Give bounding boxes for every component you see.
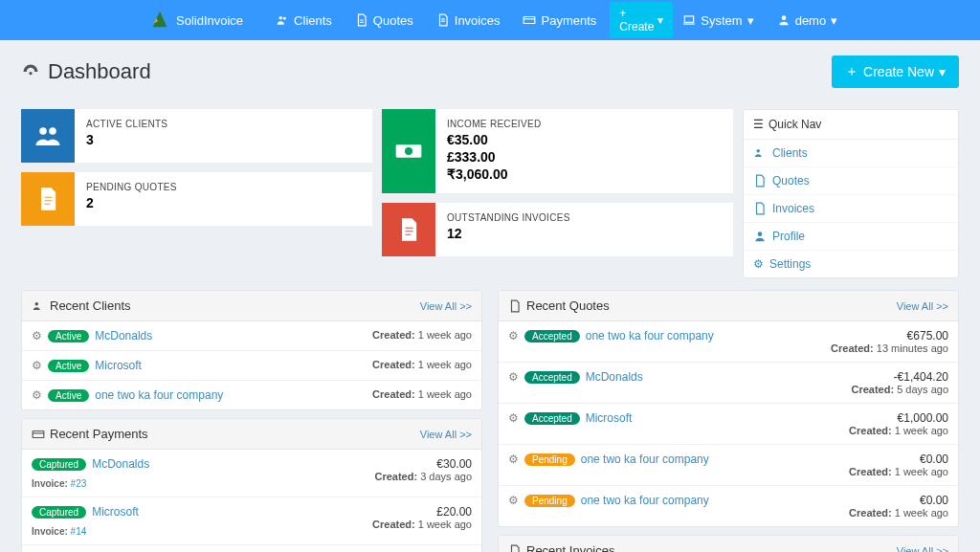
list-item: CapturedMicrosoft Invoice: #14 £20.00Cre… [22,497,481,545]
create-new-button[interactable]: ＋Create New▾ [832,55,959,88]
gear-icon[interactable]: ⚙ [32,388,42,402]
page-header: Dashboard ＋Create New▾ [21,55,959,88]
view-all-link[interactable]: View All >> [897,300,948,312]
view-all-link[interactable]: View All >> [420,300,472,312]
user-icon [753,230,767,243]
nav-clients[interactable]: Clients [266,8,342,33]
gear-icon[interactable]: ⚙ [508,370,519,384]
status-badge: Captured [32,506,86,519]
client-link[interactable]: Microsoft [586,411,633,425]
invoice-link[interactable]: #14 [71,526,87,537]
panel-recent-clients: Recent ClientsView All >> ⚙ActiveMcDonal… [21,290,482,410]
svg-point-11 [758,232,763,236]
navbar: SolidInvoice Clients Quotes Invoices Pay… [0,0,980,40]
status-badge: Active [48,330,89,342]
status-badge: Captured [32,458,86,471]
list-item: Capturedone two ka four company Invoice:… [22,545,481,552]
client-link[interactable]: McDonalds [586,370,643,384]
stat-income[interactable]: INCOME RECEIVED€35.00£333.00₹3,060.00 [382,109,733,193]
list-item: ⚙ActiveMcDonalds Created: 1 week ago [22,321,481,351]
client-link[interactable]: one two ka four company [581,494,709,507]
list-item: ⚙AcceptedMcDonalds -€1,404.20Created: 5 … [499,363,958,404]
money-icon [382,109,435,193]
svg-point-4 [781,15,786,20]
caret-down-icon: ▾ [657,13,663,27]
nav-items: Clients Quotes Invoices Payments + Creat… [266,2,673,38]
gear-icon[interactable]: ⚙ [32,359,42,372]
list-item: ⚙Activeone two ka four company Created: … [22,381,481,409]
gear-icon[interactable]: ⚙ [508,411,519,425]
users-icon [276,13,289,27]
client-link[interactable]: one two ka four company [95,388,223,402]
svg-point-12 [35,301,39,305]
file-icon [753,202,767,215]
quicknav-header: ☰Quick Nav [744,110,958,140]
panel-recent-invoices: Recent InvoicesView All >> ⚙Draftone two… [498,535,959,552]
card-icon [523,13,536,27]
svg-point-7 [49,127,56,135]
svg-point-6 [39,127,47,135]
stat-active-clients[interactable]: ACTIVE CLIENTS3 [21,109,372,163]
quicknav-profile[interactable]: Profile [744,223,958,251]
quicknav-invoices[interactable]: Invoices [744,195,958,223]
file-icon [508,299,522,313]
brand[interactable]: SolidInvoice [149,10,243,31]
status-badge: Active [48,389,89,402]
nav-user[interactable]: demo▾ [768,8,848,33]
quicknav-quotes[interactable]: Quotes [744,167,958,195]
caret-down-icon: ▾ [939,64,946,79]
nav-system[interactable]: System▾ [673,8,763,33]
gear-icon[interactable]: ⚙ [508,453,519,466]
list-item: ⚙Pendingone two ka four company €0.00Cre… [499,445,958,486]
file-icon [355,13,368,27]
stat-outstanding[interactable]: OUTSTANDING INVOICES12 [382,203,733,256]
quicknav-settings[interactable]: ⚙Settings [744,251,958,277]
panel-recent-payments: Recent PaymentsView All >> CapturedMcDon… [21,418,482,552]
gear-icon[interactable]: ⚙ [508,329,519,342]
logo-icon [149,10,170,31]
panel-recent-quotes: Recent QuotesView All >> ⚙Acceptedone tw… [498,290,959,527]
file-icon [436,13,450,27]
plus-icon: ＋ [845,63,858,80]
nav-quotes[interactable]: Quotes [345,8,423,33]
user-icon [777,13,791,27]
laptop-icon [682,13,696,27]
file-icon [508,544,522,553]
view-all-link[interactable]: View All >> [897,545,948,553]
list-item: ⚙AcceptedMicrosoft €1,000.00Created: 1 w… [499,404,958,445]
card-icon [32,428,45,441]
gear-icon[interactable]: ⚙ [32,329,42,342]
svg-point-0 [279,16,283,20]
svg-rect-2 [524,17,536,24]
status-badge: Pending [524,495,575,507]
status-badge: Pending [524,453,575,466]
svg-rect-3 [685,16,694,22]
svg-rect-13 [33,431,44,437]
view-all-link[interactable]: View All >> [420,429,472,440]
svg-point-5 [29,72,32,75]
gear-icon[interactable]: ⚙ [508,494,519,507]
nav-create-button[interactable]: + Create▾ [610,2,673,38]
list-item: ⚙ActiveMicrosoft Created: 1 week ago [22,351,481,381]
client-link[interactable]: one two ka four company [586,329,714,342]
nav-invoices[interactable]: Invoices [427,8,510,33]
users-icon [21,109,75,163]
invoice-link[interactable]: #23 [71,478,87,489]
client-link[interactable]: McDonalds [95,329,152,342]
users-icon [32,299,45,313]
svg-point-9 [405,147,412,155]
nav-payments[interactable]: Payments [513,8,606,33]
client-link[interactable]: McDonalds [92,457,149,471]
gear-icon: ⚙ [753,257,764,271]
list-item: ⚙Acceptedone two ka four company €675.00… [499,321,958,363]
client-link[interactable]: Microsoft [92,505,139,519]
file-icon [21,172,75,226]
quicknav-clients[interactable]: Clients [744,140,958,167]
status-badge: Accepted [524,412,580,425]
client-link[interactable]: one two ka four company [581,453,709,466]
list-item: ⚙Pendingone two ka four company €0.00Cre… [499,486,958,526]
client-link[interactable]: Microsoft [95,359,142,372]
file-icon [382,203,435,256]
stat-pending-quotes[interactable]: PENDING QUOTES2 [21,172,372,226]
quicknav: ☰Quick Nav Clients Quotes Invoices Profi… [743,109,959,278]
